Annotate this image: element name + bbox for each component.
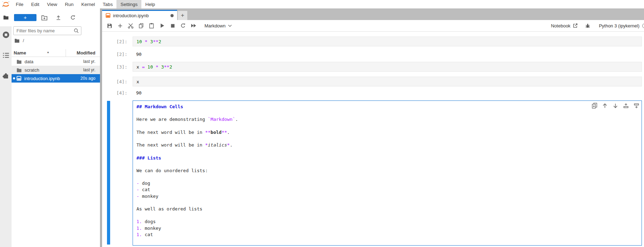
- menu-item-file[interactable]: File: [12, 0, 27, 8]
- file-list: datalast yr.scratchlast yr.introduction.…: [12, 57, 100, 83]
- sidebar-tab-toc[interactable]: [0, 51, 12, 59]
- new-launcher-button[interactable]: +: [14, 14, 36, 21]
- restart-run-all-button[interactable]: [188, 21, 199, 30]
- code-cell-input: [3]:x = 10 * 3**2: [102, 62, 642, 72]
- upload-icon: [56, 15, 61, 20]
- upload-button[interactable]: [55, 14, 61, 21]
- new-folder-button[interactable]: [41, 14, 47, 21]
- restart-kernel-button[interactable]: [178, 21, 188, 30]
- menu-item-settings[interactable]: Settings: [116, 0, 141, 8]
- tab-introduction-ipynb[interactable]: introduction.ipynb: [102, 10, 177, 20]
- input-prompt: [4]:: [102, 79, 127, 84]
- run-cell-button[interactable]: [157, 21, 167, 30]
- output-prompt: [2]:: [102, 52, 127, 57]
- code-editor[interactable]: x = 10 * 3**2: [133, 62, 642, 72]
- breadcrumb[interactable]: /: [14, 38, 24, 43]
- markdown-line: As well as ordered lists: [136, 206, 638, 212]
- running-kernel-dot: [13, 77, 15, 79]
- column-header-name[interactable]: Name: [14, 50, 26, 56]
- file-name: scratch: [25, 67, 39, 73]
- fast-forward-icon: [191, 24, 196, 28]
- jupyter-logo-icon: [1, 0, 11, 8]
- markdown-source[interactable]: ## Markdown CellsHere we are demonstrati…: [136, 104, 638, 238]
- code-cell-output: [2]:90: [102, 52, 642, 57]
- external-link-icon[interactable]: [573, 23, 578, 28]
- notebook-file-icon: [16, 76, 21, 81]
- code-cell-output: [4]:90: [102, 90, 642, 96]
- markdown-line: The next word will be in **bold**.: [136, 129, 638, 136]
- home-folder-icon: [14, 38, 20, 43]
- menu-item-view[interactable]: View: [43, 0, 61, 8]
- new-tab-button[interactable]: +: [178, 11, 187, 20]
- menu-item-kernel[interactable]: Kernel: [78, 0, 99, 8]
- unsaved-changes-dot[interactable]: [170, 14, 174, 17]
- filter-files-input[interactable]: [14, 28, 74, 34]
- file-name: introduction.ipynb: [24, 76, 60, 81]
- paste-cells-button[interactable]: [146, 21, 157, 30]
- menu-item-tabs[interactable]: Tabs: [99, 0, 117, 8]
- debugger-bug-icon[interactable]: [583, 23, 590, 28]
- code-editor[interactable]: x: [133, 77, 642, 86]
- cell-type-value: Markdown: [204, 23, 226, 28]
- output-text: 90: [136, 52, 642, 57]
- interrupt-kernel-button[interactable]: [167, 21, 178, 30]
- markdown-line: [136, 136, 638, 142]
- menu-item-help[interactable]: Help: [141, 0, 159, 8]
- save-button[interactable]: [104, 21, 115, 30]
- markdown-line: [136, 148, 638, 155]
- markdown-line: [136, 110, 638, 116]
- column-header-modified[interactable]: Modified: [77, 50, 95, 56]
- file-row-introduction-ipynb[interactable]: introduction.ipynb20s ago: [12, 74, 100, 83]
- document-tab-bar: introduction.ipynb +: [102, 8, 644, 20]
- markdown-line: ### Lists: [136, 155, 638, 161]
- code-editor[interactable]: 10 * 3**2: [133, 37, 642, 46]
- file-modified: last yr.: [83, 67, 95, 72]
- markdown-line: - dog: [136, 180, 638, 187]
- active-cell-collapser[interactable]: [107, 101, 110, 245]
- sidebar-tab-filebrowser[interactable]: [0, 8, 12, 26]
- chevron-down-icon: [228, 25, 232, 27]
- cell-type-dropdown[interactable]: Markdown: [204, 23, 232, 28]
- menu-items: FileEditViewRunKernelTabsSettingsHelp: [12, 0, 159, 8]
- jupyterlab-window: FileEditViewRunKernelTabsSettingsHelp: [0, 0, 644, 247]
- sidebar-tab-running[interactable]: [0, 31, 12, 39]
- menu-item-edit[interactable]: Edit: [27, 0, 43, 8]
- folder-icon: [16, 68, 22, 72]
- markdown-line: 1. cat: [136, 232, 638, 238]
- running-sessions-icon: [2, 31, 10, 39]
- kernel-status-icon: [642, 24, 644, 28]
- code-cell-input: [2]:10 * 3**2: [102, 37, 642, 46]
- cut-cells-button[interactable]: [125, 21, 136, 30]
- file-row-scratch[interactable]: scratchlast yr.: [12, 66, 100, 74]
- folder-icon: [3, 15, 9, 20]
- copy-cells-button[interactable]: [136, 21, 146, 30]
- column-divider: [66, 49, 66, 57]
- scissors-icon: [128, 23, 134, 28]
- notebook-content: [2]:10 * 3**2[2]:90[3]:x = 10 * 3**2[4]:…: [102, 32, 644, 247]
- markdown-cell-editor[interactable]: ## Markdown CellsHere we are demonstrati…: [133, 100, 642, 246]
- code-cell-input: [4]:x: [102, 77, 642, 86]
- menu-item-run[interactable]: Run: [61, 0, 78, 8]
- markdown-line: - cat: [136, 187, 638, 193]
- file-list-header: Name ▲ Modified: [12, 49, 100, 57]
- restart-icon: [180, 23, 186, 28]
- markdown-line: The next word will be in *italics*.: [136, 142, 638, 148]
- sidebar-tab-extensions[interactable]: [0, 71, 12, 80]
- insert-cell-button[interactable]: [115, 21, 125, 30]
- markdown-line: We can do unordered lists:: [136, 168, 638, 174]
- menu-bar: FileEditViewRunKernelTabsSettingsHelp: [0, 0, 644, 8]
- notebook-mode-label[interactable]: Notebook: [551, 23, 571, 28]
- plus-icon: +: [24, 14, 27, 20]
- activity-bar-strip: [0, 26, 12, 247]
- new-folder-icon: [41, 15, 47, 20]
- file-row-data[interactable]: datalast yr.: [12, 57, 100, 66]
- file-modified: last yr.: [83, 59, 95, 64]
- folder-icon: [16, 59, 22, 64]
- kernel-name-label[interactable]: Python 3 (ipykernel): [599, 23, 639, 28]
- filter-files-box: [13, 26, 81, 35]
- table-of-contents-icon: [2, 52, 9, 58]
- save-icon: [107, 23, 112, 28]
- refresh-button[interactable]: [70, 14, 76, 21]
- tab-title: introduction.ipynb: [113, 13, 149, 18]
- activity-bar: [0, 8, 12, 247]
